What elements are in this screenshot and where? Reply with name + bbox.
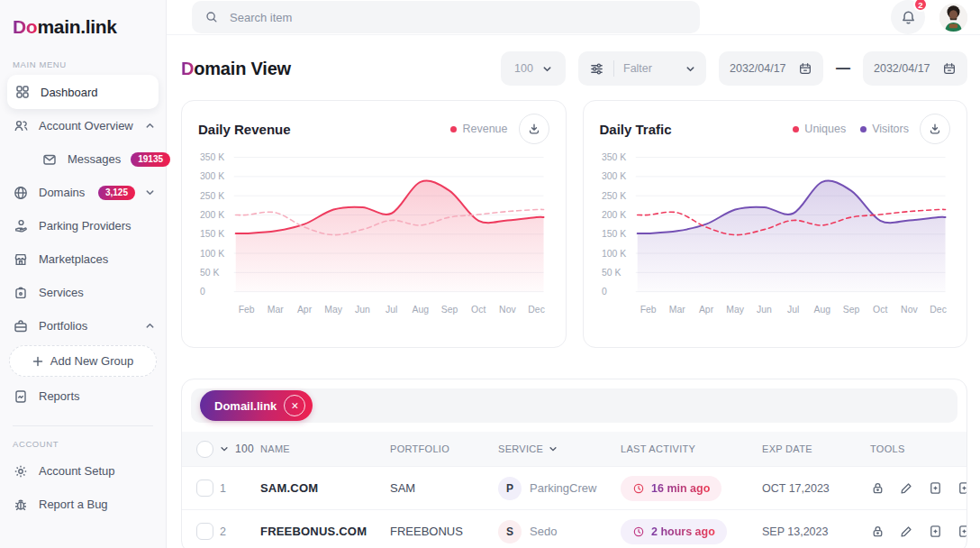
filter-select[interactable]: Falter [578,51,706,86]
sidebar-item-report-a-bug[interactable]: Report a Bug [0,488,166,521]
sidebar-item-label: Account Overview [39,119,135,132]
add-new-group-button[interactable]: Add New Group [9,345,157,377]
sidebar-item-label: Domains [39,186,88,199]
chart-title: Daily Trafic [600,122,672,137]
search-bar[interactable] [192,1,700,33]
lock-icon[interactable] [870,524,885,539]
active-filter-chip[interactable]: Domail.link ✕ [200,390,313,421]
edit-pencil-icon[interactable] [899,524,914,539]
file-export-icon[interactable] [957,524,967,539]
table-row[interactable]: 2 FREEBONUS.COM FREEBONUS S Sedo 2 hours… [182,509,966,548]
legend-label: Uniques [804,123,846,135]
sidebar-item-label: Portfolios [39,319,135,333]
control-divider [613,60,614,77]
report-file-icon [13,388,29,405]
sidebar-item-messages[interactable]: Messages 19135 [0,142,166,176]
tools-cell [870,480,967,496]
column-header-tools: TOOLS [870,443,966,454]
header-count: 100 [235,443,254,455]
svg-text:0: 0 [601,287,606,297]
svg-text:250 K: 250 K [601,191,625,201]
sidebar-item-account-overview[interactable]: Account Overview [0,109,166,142]
svg-text:Jul: Jul [786,305,798,315]
sidebar-item-domains[interactable]: Domains 3,125 [0,176,166,209]
svg-text:150 K: 150 K [601,229,625,239]
sliders-icon [589,61,604,77]
bug-icon [13,497,29,513]
sidebar-item-dashboard[interactable]: Dashboard [7,75,159,109]
calendar-icon [798,61,812,76]
domains-count-badge: 3,125 [98,186,135,200]
download-chart-button[interactable] [519,114,549,144]
lock-icon[interactable] [870,480,885,496]
edit-pencil-icon[interactable] [899,480,914,496]
app-logo: Domain.link [0,13,166,47]
activity-text: 2 hours ago [651,525,715,538]
chart-legend: Uniques Visitors [793,123,909,135]
svg-text:Dec: Dec [930,305,947,315]
sidebar-item-account-setup[interactable]: Account Setup [0,454,166,488]
download-icon [928,122,942,136]
date-range-separator: — [836,60,850,77]
sidebar-item-services[interactable]: Services [0,276,166,309]
chevron-down-icon[interactable] [220,444,229,453]
svg-text:200 K: 200 K [200,210,224,220]
sidebar-item-portfolios[interactable]: Portfolios [0,309,166,342]
daily-trafic-chart: 350 K300 K250 K200 K150 K100 K50 K0FebMa… [600,150,951,330]
date-from-picker[interactable]: 2032/04/17 [719,51,823,86]
legend-item-uniques[interactable]: Uniques [793,123,846,135]
sidebar: Domain.link MAIN MENU Dashboard Account … [0,0,167,548]
row-checkbox[interactable] [196,480,213,497]
sidebar-item-label: Account Setup [39,464,155,478]
logo-rest: main.link [37,16,116,37]
remove-filter-icon[interactable]: ✕ [284,395,305,416]
legend-item-revenue[interactable]: Revenue [450,123,507,135]
daily-trafic-card: Daily Trafic Uniques Visitors [583,100,968,348]
plus-icon [32,356,43,367]
svg-text:Aug: Aug [413,305,430,315]
file-export-icon[interactable] [957,480,967,496]
sidebar-item-reports[interactable]: Reports [0,379,166,413]
svg-text:250 K: 250 K [200,191,224,201]
svg-text:Apr: Apr [698,305,713,315]
legend-item-visitors[interactable]: Visitors [860,123,909,135]
legend-label: Visitors [872,123,909,135]
search-input[interactable] [228,10,687,25]
row-checkbox[interactable] [196,523,213,540]
charts-row: Daily Revenue Revenue 350 K300 K250 K200… [181,100,967,348]
legend-dot [860,126,867,132]
file-add-icon[interactable] [928,480,943,496]
sidebar-item-marketplaces[interactable]: Marketplaces [0,242,166,276]
user-avatar[interactable] [939,4,967,32]
page-size-value: 100 [514,62,533,75]
svg-text:300 K: 300 K [601,171,625,181]
header-controls: 100 Falter [501,51,967,86]
service-cell: P ParkingCrew [498,477,621,500]
envelope-icon [41,151,58,168]
table-row[interactable]: 1 SAM.COM SAM P ParkingCrew 16 min ago [182,466,966,509]
legend-label: Revenue [462,123,507,135]
notifications-button[interactable]: 2 [891,0,925,34]
service-cell: S Sedo [498,520,621,543]
gear-icon [13,463,29,480]
chevron-down-icon [542,64,552,74]
sidebar-item-parking-providers[interactable]: Parking Providers [0,209,166,242]
add-new-group-label: Add New Group [50,354,134,368]
logo-accent: Do [13,16,37,37]
date-to-picker[interactable]: 2032/04/17 [863,51,967,86]
chevron-up-icon [145,121,155,131]
sidebar-item-label: Parking Providers [39,219,155,233]
daily-revenue-chart: 350 K300 K250 K200 K150 K100 K50 K0FebMa… [198,150,549,330]
select-all-checkbox[interactable] [196,441,213,458]
file-add-icon[interactable] [928,524,943,539]
domains-table-card: Domail.link ✕ 100 NAME PORTFOLIO [181,379,967,548]
hand-coin-icon [13,218,29,234]
sidebar-item-label: Services [39,286,155,299]
svg-text:350 K: 350 K [200,152,224,162]
page-size-select[interactable]: 100 [501,51,566,86]
service-initial-badge: S [498,520,522,543]
download-chart-button[interactable] [920,114,950,144]
date-to-value: 2032/04/17 [874,62,930,75]
table-filter-bar: Domail.link ✕ [191,388,957,423]
column-header-service[interactable]: SERVICE [498,443,621,454]
